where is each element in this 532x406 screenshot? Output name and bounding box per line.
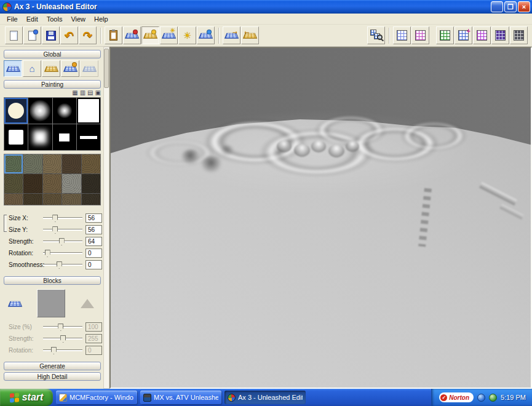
menu-tools[interactable]: Tools	[42, 15, 67, 23]
size-y-slider[interactable]	[43, 229, 82, 231]
taskbar-item-mcmfactory[interactable]: MCMFactory - Windo...	[56, 391, 137, 404]
high-detail-button[interactable]: High Detail	[4, 372, 101, 381]
global-terrain-button[interactable]	[4, 60, 22, 77]
minimize-button[interactable]: _	[491, 1, 503, 12]
texture-swatch[interactable]	[62, 174, 81, 193]
panel-scrollbar-thumb[interactable]	[104, 49, 109, 88]
global-track-button[interactable]	[61, 60, 79, 77]
taskbar-item-mx-vs-atv[interactable]: MX vs. ATV Unleashed	[140, 391, 221, 404]
generate-button[interactable]: Generate	[4, 362, 101, 370]
maximize-button[interactable]: ❐	[504, 1, 517, 12]
blocks-section-header[interactable]: Blocks	[4, 276, 101, 285]
menu-file[interactable]: File	[2, 15, 22, 23]
block-preview[interactable]	[37, 289, 65, 317]
open-button[interactable]	[23, 26, 41, 44]
global-section-header[interactable]: Global	[4, 50, 101, 58]
texture-swatch[interactable]	[62, 154, 81, 173]
size-y-value[interactable]: 56	[85, 225, 102, 234]
grid-purple-button[interactable]	[473, 26, 491, 44]
texture-swatch[interactable]	[62, 194, 81, 205]
texture-swatch[interactable]	[43, 194, 62, 205]
size-x-slider[interactable]	[43, 217, 82, 219]
terrain-texture-button[interactable]: ☀	[160, 26, 178, 44]
grid-green-button[interactable]	[436, 26, 454, 44]
import-terrain-button[interactable]: →	[223, 26, 240, 44]
undo-button[interactable]: ↶	[60, 26, 78, 44]
save-button[interactable]	[42, 26, 60, 44]
global-texture-button[interactable]	[42, 60, 60, 77]
close-button[interactable]: ×	[518, 1, 530, 12]
zoom-grids-button[interactable]	[367, 26, 385, 44]
taskbar-item-editor[interactable]: Ax 3 - Unleashed Editor	[224, 391, 306, 404]
texture-swatch[interactable]	[4, 194, 23, 205]
smoothness-value[interactable]: 0	[85, 260, 102, 269]
undo-arrow-icon: ↶	[65, 30, 74, 41]
menu-help[interactable]: Help	[90, 15, 113, 23]
rotation-thumb[interactable]	[45, 250, 50, 257]
viewport-3d[interactable]	[109, 47, 532, 389]
grid-violet-button[interactable]	[491, 26, 509, 44]
smoothness-slider[interactable]	[43, 264, 82, 266]
texture-swatch[interactable]	[82, 174, 100, 193]
task-label: MCMFactory - Windo...	[69, 394, 134, 401]
size-y-thumb[interactable]	[52, 226, 58, 234]
link-xy-toggle[interactable]	[4, 215, 7, 232]
brush-square-solid[interactable]	[4, 124, 28, 150]
painting-section-header[interactable]: Painting	[4, 80, 101, 89]
texture-swatch[interactable]	[4, 174, 23, 193]
brush-shape	[57, 103, 73, 119]
texture-swatch[interactable]	[23, 174, 42, 193]
brush-soft-small[interactable]	[53, 98, 76, 124]
export-terrain-button[interactable]: →	[241, 26, 259, 44]
strength-value[interactable]: 64	[85, 237, 102, 246]
paste-button[interactable]	[105, 26, 122, 44]
brush-bar-thin[interactable]	[77, 124, 100, 150]
block-grid-button[interactable]	[5, 294, 25, 312]
track-bump	[346, 141, 359, 152]
brush-solid-circle[interactable]	[4, 98, 28, 124]
global-object-button[interactable]: ⌂	[23, 60, 41, 77]
texture-swatch[interactable]	[43, 174, 62, 193]
texture-swatch[interactable]	[23, 154, 42, 173]
size-x-thumb[interactable]	[52, 215, 58, 222]
grid-magenta-button[interactable]	[411, 26, 429, 44]
smoothness-thumb[interactable]	[57, 261, 62, 269]
menu-edit[interactable]: Edit	[22, 15, 42, 23]
tray-icon-update[interactable]	[477, 394, 485, 402]
view-rows-icon[interactable]: ▤	[87, 90, 93, 96]
terrain-raise-button[interactable]	[141, 26, 159, 44]
start-button[interactable]: start	[0, 389, 53, 406]
texture-swatch[interactable]	[82, 194, 100, 205]
clock[interactable]: 5:19 PM	[501, 394, 526, 401]
brush-square-full[interactable]	[77, 98, 100, 124]
rotation-value[interactable]: 0	[85, 249, 102, 258]
panel-scrollbar[interactable]	[103, 47, 109, 389]
brush-soft-large[interactable]	[28, 98, 52, 124]
texture-swatch[interactable]	[23, 194, 42, 205]
redo-button[interactable]: ↷	[79, 26, 97, 44]
texture-swatch[interactable]	[43, 154, 62, 173]
lighting-button[interactable]: ☀	[178, 26, 196, 44]
brush-square-small[interactable]	[53, 124, 76, 150]
tray-icon-status[interactable]	[489, 394, 497, 402]
terrain-select-button[interactable]	[123, 26, 141, 44]
grid-gray-button[interactable]	[510, 26, 528, 44]
grid-add-button[interactable]: +	[455, 26, 472, 44]
new-button[interactable]	[5, 26, 23, 44]
strength-slider[interactable]	[43, 241, 82, 242]
view-columns-icon[interactable]: ▥	[80, 90, 85, 96]
strength-thumb[interactable]	[59, 238, 65, 245]
size-x-value[interactable]: 56	[85, 213, 102, 223]
menu-view[interactable]: View	[66, 15, 90, 23]
texture-swatch[interactable]	[82, 154, 100, 173]
terrain-water-button[interactable]	[197, 26, 215, 44]
rotation-slider[interactable]	[43, 252, 82, 254]
norton-tray-badge[interactable]: ✓ Norton	[439, 392, 474, 402]
texture-swatch[interactable]	[4, 154, 23, 173]
brush-square-soft[interactable]	[28, 124, 52, 150]
view-single-icon[interactable]: ▣	[95, 90, 101, 96]
track-marker-icon	[72, 62, 77, 67]
block-sliders: Size (%) 100 Strength: 255 Rotation: 0	[4, 321, 102, 356]
grid-wire-button[interactable]	[393, 26, 411, 44]
view-grid-icon[interactable]: ▦	[72, 90, 77, 96]
